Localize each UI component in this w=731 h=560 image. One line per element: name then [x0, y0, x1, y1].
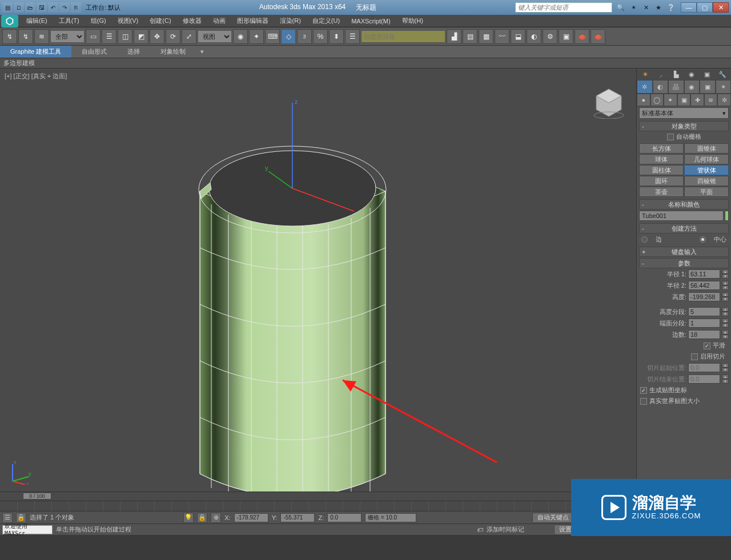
systems-icon[interactable]: ✲: [717, 94, 731, 106]
named-selection-input[interactable]: [361, 30, 445, 43]
tab-paint[interactable]: 对象绘制: [150, 46, 196, 58]
radio-center[interactable]: [700, 236, 706, 243]
coord-display-icon[interactable]: ⊕: [211, 513, 221, 523]
rollout-creation-method[interactable]: -创建方法: [639, 223, 729, 233]
cseg-spinner[interactable]: ▲▼: [722, 319, 729, 328]
tab-selection[interactable]: 选择: [117, 46, 150, 58]
radius2-input[interactable]: 56.442: [688, 281, 720, 290]
prim-geosphere[interactable]: 几何球体: [684, 154, 729, 164]
spinner-snap-icon[interactable]: ⬍: [329, 29, 344, 44]
favorite-icon[interactable]: ★: [653, 2, 664, 13]
prim-torus[interactable]: 圆环: [639, 176, 684, 186]
sides-input[interactable]: 18: [688, 330, 720, 339]
new-icon[interactable]: 🗋: [14, 2, 24, 13]
prim-cylinder[interactable]: 圆柱体: [639, 165, 684, 175]
rollout-keyboard[interactable]: +键盘输入: [639, 247, 729, 257]
gen-uv-checkbox[interactable]: [640, 387, 647, 394]
frame-indicator[interactable]: 0 / 100: [23, 493, 51, 499]
isolate-icon[interactable]: 💡: [183, 513, 194, 523]
y-value[interactable]: -55.371: [280, 513, 315, 522]
tab-graphite[interactable]: Graphite 建模工具: [0, 46, 71, 58]
x-value[interactable]: -178.927: [234, 513, 268, 522]
rotate-icon[interactable]: ⟳: [166, 29, 180, 44]
move-icon[interactable]: ✥: [150, 29, 164, 44]
category-dropdown[interactable]: 标准基本体▾: [639, 107, 729, 119]
app-logo-icon[interactable]: [1, 15, 18, 27]
ref-coord-dropdown[interactable]: 视图: [198, 30, 232, 43]
real-world-checkbox[interactable]: [640, 398, 647, 405]
trackbar-toggle-icon[interactable]: ☰: [2, 513, 13, 523]
hseg-input[interactable]: 5: [688, 307, 720, 316]
ribbon-minimize-icon[interactable]: ▾: [196, 46, 208, 58]
menu-rendering[interactable]: 渲染(R): [274, 15, 307, 27]
maxscript-listener[interactable]: 欢迎使用 MAXScr: [2, 525, 53, 534]
prim-tube[interactable]: 管状体: [684, 165, 729, 175]
radio-edge[interactable]: [641, 236, 648, 243]
selection-filter-dropdown[interactable]: 全部: [50, 30, 85, 43]
menu-tools[interactable]: 工具(T): [53, 15, 85, 27]
select-by-name-icon[interactable]: ☰: [102, 29, 117, 44]
rollout-name-color[interactable]: -名称和颜色: [639, 199, 729, 210]
rendered-frame-icon[interactable]: ▣: [559, 29, 573, 44]
select-manipulate-icon[interactable]: ✦: [249, 29, 264, 44]
subscription-icon[interactable]: ✶: [628, 2, 638, 13]
spacewarps-icon[interactable]: ≋: [704, 94, 718, 106]
helpers-icon[interactable]: ✚: [690, 94, 704, 106]
motion-tab[interactable]: ◉: [684, 80, 700, 94]
utilities-tab[interactable]: ✶: [716, 80, 732, 94]
prim-box[interactable]: 长方体: [639, 143, 684, 154]
height-spinner[interactable]: ▲▼: [722, 292, 729, 301]
slice-on-checkbox[interactable]: [691, 353, 698, 360]
create-tab[interactable]: ✲: [637, 80, 653, 94]
radius2-spinner[interactable]: ▲▼: [722, 281, 729, 290]
menu-graph-editors[interactable]: 图形编辑器: [231, 15, 274, 27]
select-link-icon[interactable]: ↯: [2, 29, 17, 44]
menu-customize[interactable]: 自定义(U): [307, 15, 346, 27]
window-crossing-icon[interactable]: ◩: [134, 29, 148, 44]
cameras-icon[interactable]: ▣: [677, 94, 691, 106]
menu-modifiers[interactable]: 修改器: [177, 15, 207, 27]
mirror-icon[interactable]: ▟: [447, 29, 461, 44]
app-menu-icon[interactable]: ▤: [2, 2, 13, 13]
menu-view[interactable]: 视图(V): [112, 15, 144, 27]
lock-icon[interactable]: 🔒: [197, 513, 207, 523]
scale-icon[interactable]: ⤢: [182, 29, 196, 44]
prim-sphere[interactable]: 球体: [639, 154, 684, 164]
height-input[interactable]: -199.268: [688, 292, 720, 301]
select-region-icon[interactable]: ◫: [118, 29, 132, 44]
material-editor-icon[interactable]: ◐: [527, 29, 541, 44]
object-name-input[interactable]: [639, 211, 724, 221]
rollout-object-type[interactable]: -对象类型: [639, 121, 729, 131]
schematic-view-icon[interactable]: ⬓: [511, 29, 525, 44]
viewport[interactable]: [+] [正交] [真实 + 边面]: [0, 69, 636, 491]
menu-edit[interactable]: 编辑(E): [21, 15, 53, 27]
save-icon[interactable]: 🖫: [37, 2, 47, 13]
display-tab[interactable]: ▣: [700, 80, 716, 94]
curve-editor-icon[interactable]: 〰: [495, 29, 509, 44]
z-value[interactable]: 0.0: [327, 513, 362, 522]
rollout-parameters[interactable]: -参数: [639, 258, 729, 268]
unlink-icon[interactable]: ↯: [18, 29, 33, 44]
tab-freeform[interactable]: 自由形式: [71, 46, 117, 58]
workspace-dropdown[interactable]: 工作台: 默认: [86, 3, 121, 12]
autokey-button[interactable]: 自动关键点: [532, 513, 573, 523]
utilities-icon[interactable]: 🔧: [717, 70, 728, 79]
edit-named-sel-icon[interactable]: ☰: [345, 29, 360, 44]
menu-help[interactable]: 帮助(H): [396, 15, 429, 27]
add-time-tag[interactable]: 添加时间标记: [487, 525, 524, 534]
select-object-icon[interactable]: ▭: [86, 29, 101, 44]
align-icon[interactable]: ▤: [463, 29, 477, 44]
maximize-button[interactable]: ▢: [697, 2, 713, 13]
exchange-icon[interactable]: ✕: [641, 2, 651, 13]
render-production-icon[interactable]: 🫖: [575, 29, 589, 44]
menu-create[interactable]: 创建(C): [144, 15, 176, 27]
modify-tab[interactable]: ◐: [653, 80, 669, 94]
prim-teapot[interactable]: 茶壶: [639, 187, 684, 197]
prim-pyramid[interactable]: 四棱锥: [684, 176, 729, 186]
pivot-center-icon[interactable]: ◉: [233, 29, 248, 44]
viewcube[interactable]: [592, 84, 626, 119]
geometry-icon[interactable]: ●: [637, 94, 650, 106]
undo-icon[interactable]: ↶: [48, 2, 58, 13]
shapes-icon[interactable]: ◯: [650, 94, 664, 106]
color-swatch[interactable]: [725, 211, 729, 221]
